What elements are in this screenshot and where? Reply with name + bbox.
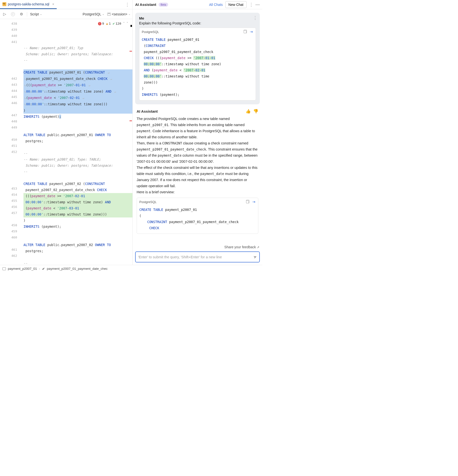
check-count: 120 <box>116 21 121 27</box>
plan-icon[interactable]: P <box>10 11 16 17</box>
ai-header: AI Assistant Beta All Chats New Chat ⋮ — <box>133 0 262 9</box>
editor-pane: postgres-sakila-schema.sql × ⋮ ▷ P ⚙ Scr… <box>0 0 133 265</box>
ai-more-icon[interactable]: ⋮ <box>249 2 253 7</box>
minimize-icon[interactable]: — <box>255 2 260 7</box>
check-icon: ✔ <box>113 21 115 27</box>
run-icon[interactable]: ▷ <box>2 11 7 17</box>
assistant-message: AI Assistant 👍 👎 The provided PostgreSQL… <box>135 109 260 234</box>
tab-more-icon[interactable]: ⋮ <box>125 2 129 7</box>
session-icon <box>107 13 111 16</box>
constraint-icon: ✔ <box>42 267 45 271</box>
session-label: <session> <box>112 12 127 16</box>
copy-icon[interactable] <box>245 200 249 204</box>
session-dropdown[interactable]: <session> ⌄ <box>107 12 131 16</box>
code-lang-label: PostgreSQL <box>139 200 157 204</box>
user-code-content: CREATE TABLE payment_p2007_01 (CONSTRAIN… <box>139 36 256 100</box>
table-icon <box>2 267 6 270</box>
user-label: Me <box>139 16 256 20</box>
error-icon: ! <box>98 22 101 25</box>
breadcrumb-separator: › <box>39 267 40 270</box>
copy-icon[interactable] <box>243 30 247 34</box>
chevron-down-icon: ⌄ <box>102 12 104 16</box>
code-lang-label: PostgreSQL <box>142 30 159 34</box>
close-tab-icon[interactable]: × <box>52 2 54 6</box>
thumbs-down-icon[interactable]: 👎 <box>253 109 258 114</box>
ai-input[interactable]: ➤ <box>135 251 260 262</box>
assistant-code-block: PostgreSQL ⇥ CREATE TABLE payment_p2007_… <box>137 198 258 234</box>
breadcrumb: payment_p2007_01 › ✔ payment_p2007_01_pa… <box>0 265 262 272</box>
editor-toolbar: ▷ P ⚙ Script ⌄ PostgreSQL ⌄ <session> ⌄ <box>0 9 132 19</box>
user-prompt: Explain the following PostgreSQL code: <box>139 21 256 25</box>
script-label: Script <box>30 12 39 16</box>
chevron-down-icon: ⌄ <box>128 12 131 16</box>
prev-highlight-icon[interactable]: ˄ <box>123 21 125 27</box>
warning-icon: ▲ <box>106 21 108 27</box>
settings-icon[interactable]: ⚙ <box>19 11 24 17</box>
chevron-down-icon: ⌄ <box>40 12 42 16</box>
dialect-dropdown[interactable]: PostgreSQL ⌄ <box>83 12 104 16</box>
user-code-block: PostgreSQL ⇥ CREATE TABLE payment_p2007_… <box>139 28 256 100</box>
user-message: ⋮ Me Explain the following PostgreSQL co… <box>135 13 260 104</box>
ai-assistant-pane: AI Assistant Beta All Chats New Chat ⋮ —… <box>133 0 262 265</box>
script-dropdown[interactable]: Script ⌄ <box>30 12 42 16</box>
assistant-code-content: CREATE TABLE payment_p2007_01 ( CONSTRAI… <box>137 206 258 234</box>
code-area[interactable]: !9 ▲1 ✔120 ˄ ˅ -- Name: payment_p <box>22 19 132 265</box>
thumbs-up-icon[interactable]: 👍 <box>246 109 251 114</box>
ai-conversation: ⋮ Me Explain the following PostgreSQL co… <box>133 9 262 244</box>
inspection-status[interactable]: !9 ▲1 ✔120 ˄ ˅ <box>97 21 129 27</box>
sql-file-icon <box>2 2 6 6</box>
external-link-icon: ↗ <box>257 246 259 249</box>
message-more-icon[interactable]: ⋮ <box>253 15 257 21</box>
next-highlight-icon[interactable]: ˅ <box>127 21 128 27</box>
breadcrumb-item[interactable]: payment_p2007_01_payment_date_chec <box>47 267 108 270</box>
ai-title: AI Assistant <box>135 2 156 7</box>
error-count: 9 <box>102 21 104 27</box>
all-chats-link[interactable]: All Chats <box>209 3 223 7</box>
insert-icon[interactable]: ⇥ <box>249 30 253 34</box>
warning-count: 1 <box>109 21 111 27</box>
send-icon[interactable]: ➤ <box>253 254 258 260</box>
new-chat-button[interactable]: New Chat <box>225 1 247 8</box>
assistant-label: AI Assistant <box>137 109 158 113</box>
insert-icon[interactable]: ⇥ <box>252 200 256 204</box>
beta-badge: Beta <box>159 3 168 7</box>
file-tab[interactable]: postgres-sakila-schema.sql × <box>0 0 57 9</box>
dialect-label: PostgreSQL <box>83 12 101 16</box>
breadcrumb-item[interactable]: payment_p2007_01 <box>8 267 37 270</box>
ai-input-field[interactable] <box>138 255 253 259</box>
editor-body[interactable]: 438439440441 442443444445446 447448449 4… <box>0 19 132 265</box>
line-gutter: 438439440441 442443444445446 447448449 4… <box>0 19 22 265</box>
feedback-link[interactable]: Share your feedback↗ <box>133 244 262 250</box>
editor-tabbar: postgres-sakila-schema.sql × ⋮ <box>0 0 132 9</box>
assistant-text: The provided PostgreSQL code creates a n… <box>137 116 258 195</box>
file-tab-label: postgres-sakila-schema.sql <box>8 2 49 6</box>
